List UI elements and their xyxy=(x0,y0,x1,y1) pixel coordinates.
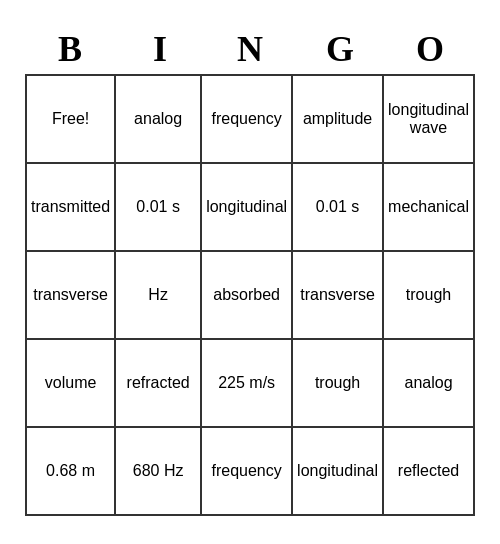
cell-text-r0-c2: frequency xyxy=(206,110,287,128)
header-letter: O xyxy=(385,28,475,70)
cell-r0-c1: analog xyxy=(116,76,202,164)
cell-text-r3-c2: 225 m/s xyxy=(206,374,287,392)
cell-text-r1-c1: 0.01 s xyxy=(120,198,196,216)
cell-r4-c1: 680 Hz xyxy=(116,428,202,516)
cell-r0-c2: frequency xyxy=(202,76,293,164)
cell-r4-c4: reflected xyxy=(384,428,475,516)
cell-r2-c4: trough xyxy=(384,252,475,340)
cell-text-r2-c4: trough xyxy=(388,286,469,304)
cell-text-r2-c0: transverse xyxy=(31,286,110,304)
cell-r3-c1: refracted xyxy=(116,340,202,428)
cell-text-r1-c3: 0.01 s xyxy=(297,198,378,216)
cell-r1-c2: longitudinal xyxy=(202,164,293,252)
cell-text-r4-c4: reflected xyxy=(388,462,469,480)
cell-text-r3-c0: volume xyxy=(31,374,110,392)
cell-text-r3-c3: trough xyxy=(297,374,378,392)
cell-text-r2-c3: transverse xyxy=(297,286,378,304)
cell-r4-c2: frequency xyxy=(202,428,293,516)
cell-text-r2-c1: Hz xyxy=(120,286,196,304)
cell-r1-c0: transmitted xyxy=(27,164,116,252)
cell-r2-c1: Hz xyxy=(116,252,202,340)
bingo-header: BINGO xyxy=(25,28,475,70)
cell-r2-c0: transverse xyxy=(27,252,116,340)
cell-text-r1-c0: transmitted xyxy=(31,198,110,216)
cell-text-r4-c1: 680 Hz xyxy=(120,462,196,480)
cell-r0-c4: longitudinal wave xyxy=(384,76,475,164)
cell-r4-c3: longitudinal xyxy=(293,428,384,516)
cell-text-r0-c4: longitudinal wave xyxy=(388,101,469,137)
cell-text-r2-c2: absorbed xyxy=(206,286,287,304)
cell-r1-c4: mechanical xyxy=(384,164,475,252)
cell-r3-c3: trough xyxy=(293,340,384,428)
cell-r3-c4: analog xyxy=(384,340,475,428)
cell-text-r0-c0: Free! xyxy=(31,110,110,128)
cell-r1-c3: 0.01 s xyxy=(293,164,384,252)
cell-text-r0-c3: amplitude xyxy=(297,110,378,128)
cell-r3-c0: volume xyxy=(27,340,116,428)
bingo-card: BINGO Free!analogfrequencyamplitudelongi… xyxy=(15,18,485,526)
header-letter: I xyxy=(115,28,205,70)
header-letter: B xyxy=(25,28,115,70)
cell-text-r1-c2: longitudinal xyxy=(206,198,287,216)
cell-text-r3-c1: refracted xyxy=(120,374,196,392)
cell-text-r4-c2: frequency xyxy=(206,462,287,480)
cell-text-r4-c3: longitudinal xyxy=(297,462,378,480)
header-letter: N xyxy=(205,28,295,70)
cell-r1-c1: 0.01 s xyxy=(116,164,202,252)
cell-text-r0-c1: analog xyxy=(120,110,196,128)
cell-text-r1-c4: mechanical xyxy=(388,198,469,216)
cell-r4-c0: 0.68 m xyxy=(27,428,116,516)
cell-text-r3-c4: analog xyxy=(388,374,469,392)
cell-text-r4-c0: 0.68 m xyxy=(31,462,110,480)
cell-r2-c2: absorbed xyxy=(202,252,293,340)
bingo-grid: Free!analogfrequencyamplitudelongitudina… xyxy=(25,74,475,516)
cell-r3-c2: 225 m/s xyxy=(202,340,293,428)
cell-r0-c0: Free! xyxy=(27,76,116,164)
cell-r0-c3: amplitude xyxy=(293,76,384,164)
cell-r2-c3: transverse xyxy=(293,252,384,340)
header-letter: G xyxy=(295,28,385,70)
